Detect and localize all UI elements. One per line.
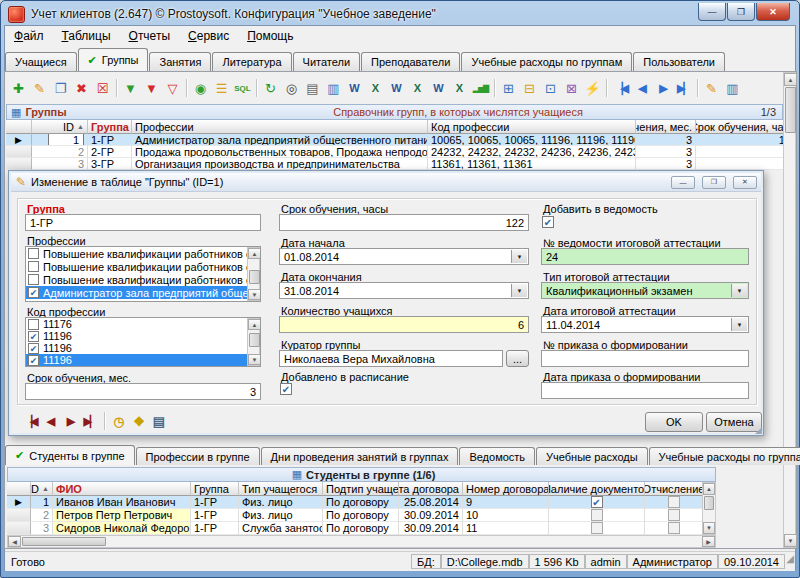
scroll-up-icon[interactable]: ▲: [248, 319, 261, 330]
scroll-left-icon[interactable]: ◀: [8, 536, 21, 547]
table-row[interactable]: ▶ 1 1-ГР Администратор зала предприятий …: [6, 134, 783, 146]
expel-checkbox[interactable]: [668, 496, 680, 508]
cancel-button[interactable]: Отмена: [706, 412, 762, 432]
subtab-students[interactable]: ✔ Студенты в группе: [5, 445, 135, 465]
main-vertical-scrollbar[interactable]: ▲ ▼: [783, 72, 796, 548]
subtab-expenses[interactable]: Учебные расходы: [536, 447, 647, 465]
close-button[interactable]: ✕: [756, 3, 790, 21]
filter-delete-icon[interactable]: ▼: [141, 78, 162, 98]
table-row[interactable]: 2 2-ГР Продажа продовольственных товаров…: [6, 146, 783, 158]
column-header-selector[interactable]: [7, 482, 31, 496]
table-time-icon[interactable]: ⊠: [561, 78, 582, 98]
list-item[interactable]: ✔11196: [26, 330, 260, 342]
dropdown-icon[interactable]: ▼: [731, 284, 747, 297]
nav-first-icon[interactable]: ▕◀: [610, 78, 631, 98]
vedomost-num-field[interactable]: 24: [541, 248, 749, 265]
item-checkbox[interactable]: [28, 261, 39, 272]
students-vertical-scrollbar[interactable]: ▲ ▼: [702, 482, 716, 535]
chart-icon[interactable]: ▂▅▇: [470, 78, 491, 98]
row-selector[interactable]: [7, 509, 31, 522]
attest-date-combo[interactable]: 11.04.2014 ▼: [541, 316, 749, 333]
prof-code-listbox[interactable]: 11176 ✔11196 ✔11196 ✔11196 ▲ ▼: [25, 317, 261, 367]
menu-help[interactable]: Помощь: [238, 27, 302, 45]
dialog-close-button[interactable]: ✕: [733, 176, 757, 189]
column-header-selector[interactable]: [6, 120, 32, 134]
date-start-combo[interactable]: 01.08.2014 ▼: [279, 248, 529, 265]
time-icon[interactable]: ◷: [110, 413, 128, 429]
edit-form-icon[interactable]: ✎: [701, 78, 722, 98]
row-selector[interactable]: ▶: [7, 496, 31, 509]
nav-next-icon[interactable]: ▶: [652, 78, 673, 98]
table-row[interactable]: 2 Петров Петр Петрович 1-ГР Физ. лицо По…: [7, 509, 702, 522]
table-row[interactable]: 3 3-ГР Организация производства и предпр…: [6, 158, 783, 170]
listbox-scrollbar[interactable]: ▲ ▼: [247, 247, 260, 301]
resize-grip[interactable]: ◢: [755, 425, 762, 435]
dialog-minimize-button[interactable]: —: [671, 176, 695, 189]
ok-button[interactable]: OK: [645, 412, 703, 432]
attest-type-combo[interactable]: Квалификационный экзамен ▼: [541, 282, 749, 299]
tab-teachers[interactable]: Преподаватели: [361, 52, 460, 71]
date-end-combo[interactable]: 31.08.2014 ▼: [279, 282, 529, 299]
list-item[interactable]: Повышение квалификации работников социал…: [26, 247, 260, 260]
students-count-field[interactable]: 6: [279, 316, 529, 333]
subtab-lesson-days[interactable]: Дни проведения занятий в группах: [261, 447, 459, 465]
scroll-thumb[interactable]: [22, 537, 106, 546]
expel-checkbox[interactable]: [668, 522, 680, 534]
item-checkbox[interactable]: ✔: [28, 343, 39, 354]
dialog-maximize-button[interactable]: ❐: [702, 176, 726, 189]
record-next-icon[interactable]: ▶: [61, 413, 79, 429]
list-item[interactable]: Повышение квалификации работников социал…: [26, 260, 260, 273]
column-header-hours[interactable]: Срок обучения, часы: [696, 120, 783, 134]
nav-last-icon[interactable]: ▶▏: [673, 78, 694, 98]
menu-reports[interactable]: Отчеты: [120, 27, 180, 45]
column-header-group[interactable]: Группа: [88, 120, 132, 134]
row-selector[interactable]: [6, 158, 32, 170]
scroll-thumb[interactable]: [249, 270, 260, 284]
order-date-field[interactable]: [541, 382, 749, 399]
table-row[interactable]: ▶ 1 Иванов Иван Иванович 1-ГР Физ. лицо …: [7, 496, 702, 509]
add-record-icon[interactable]: ✚: [8, 78, 29, 98]
docs-checkbox[interactable]: ✔: [591, 496, 603, 508]
months-field[interactable]: 3: [25, 383, 261, 400]
column-header-docs[interactable]: Наличие документов: [549, 482, 645, 496]
print-preview-icon[interactable]: ▥: [323, 78, 344, 98]
column-header-prof-code[interactable]: Код профессии: [428, 120, 636, 134]
menu-file[interactable]: Файл: [5, 27, 53, 45]
tab-users[interactable]: Пользователи: [633, 52, 725, 71]
list-item[interactable]: 11176: [26, 318, 260, 330]
scroll-up-icon[interactable]: ▲: [248, 248, 261, 259]
item-checkbox[interactable]: [28, 248, 39, 259]
curator-browse-button[interactable]: ...: [506, 350, 529, 367]
export-word-icon[interactable]: W: [344, 78, 365, 98]
record-first-icon[interactable]: ▕◀: [21, 413, 39, 429]
dropdown-icon[interactable]: ▼: [511, 284, 527, 297]
item-checkbox[interactable]: ✔: [28, 287, 39, 298]
scroll-thumb[interactable]: [704, 496, 714, 510]
clear-table-icon[interactable]: ☒: [92, 78, 113, 98]
maximize-button[interactable]: ❐: [727, 3, 755, 21]
edit-record-icon[interactable]: ✎: [29, 78, 50, 98]
students-horizontal-scrollbar[interactable]: ◀ ▶: [7, 535, 716, 548]
tab-readers[interactable]: Читатели: [293, 52, 361, 71]
template-word-icon[interactable]: W: [428, 78, 449, 98]
docs-checkbox[interactable]: [591, 509, 603, 521]
title-bar[interactable]: Учет клиентов (2.647) © Prostoysoft. Кон…: [8, 4, 436, 24]
report-builder-icon[interactable]: ⊞: [498, 78, 519, 98]
listbox-scrollbar[interactable]: ▲ ▼: [247, 318, 260, 366]
row-selector[interactable]: ▶: [6, 134, 32, 146]
row-selector[interactable]: [7, 522, 31, 535]
scroll-down-icon[interactable]: ▼: [248, 289, 261, 300]
view-sql-icon[interactable]: SQL: [232, 78, 253, 98]
report-excel-icon[interactable]: X: [407, 78, 428, 98]
schedule-checkbox[interactable]: ✔: [280, 383, 292, 395]
column-header-group[interactable]: Группа: [191, 482, 239, 496]
quick-action-icon[interactable]: ⚡: [582, 78, 603, 98]
refresh-icon[interactable]: ↻: [260, 78, 281, 98]
delete-record-icon[interactable]: ✖: [71, 78, 92, 98]
tab-group-expenses[interactable]: Учебные расходы по группам: [461, 52, 632, 71]
scroll-down-icon[interactable]: ▼: [248, 354, 261, 365]
row-selector[interactable]: [6, 146, 32, 158]
subtab-vedomost[interactable]: Ведомость: [459, 447, 535, 465]
column-header-contract-num[interactable]: Номер договора: [463, 482, 549, 496]
item-checkbox[interactable]: ✔: [28, 355, 39, 366]
